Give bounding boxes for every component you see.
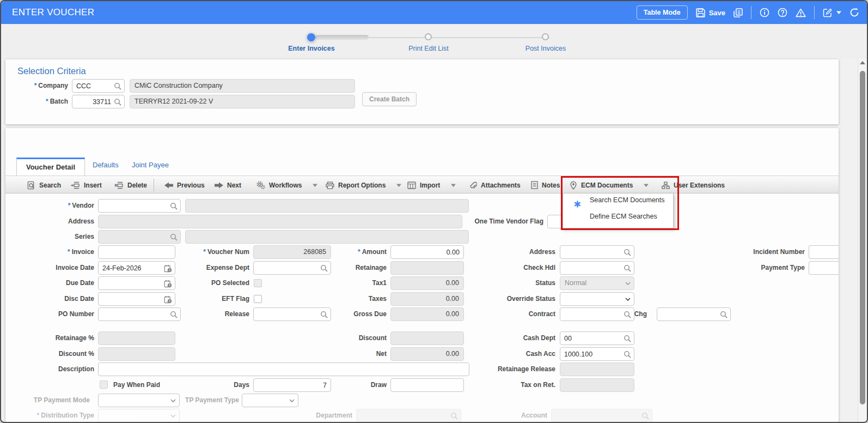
gross-due-display: 0.00 [390,307,464,321]
next-button[interactable]: Next [215,176,241,194]
address-lookup-icon[interactable] [624,249,631,256]
user-extensions-label: User Extensions [674,182,725,189]
refresh-button[interactable] [849,8,859,17]
contract-input[interactable] [560,308,634,321]
menu-item-define-ecm-searches[interactable]: Define ECM Searches [563,213,673,229]
draw-input[interactable] [391,379,463,391]
amount-input[interactable] [391,246,463,258]
scrollbar-thumb[interactable] [860,71,865,404]
cash-dept-lookup-icon[interactable] [624,335,631,342]
vendor-address-input[interactable] [560,246,634,258]
vendor-input[interactable] [99,200,180,212]
notes-label: Notes [542,182,560,189]
step-label-enter-invoices[interactable]: Enter Invoices [268,45,355,52]
scroll-up-arrow[interactable] [860,61,865,64]
ecm-documents-button[interactable]: ECM Documents [570,176,649,194]
disc-date-label: Disc Date [16,292,94,305]
payment-type-input[interactable] [809,262,839,274]
po-number-label: PO Number [16,307,94,321]
warning-button[interactable] [796,8,806,17]
calendar-icon[interactable] [164,280,172,288]
calendar-icon[interactable] [164,264,172,273]
voucher-panel: Voucher Detail Defaults Joint Payee Sear… [5,128,839,422]
step-dot-post-invoices[interactable] [542,33,549,40]
tp-payment-mode-label: TP Payment Mode [16,394,90,407]
retainage-release-label: Retainage Release [463,362,555,376]
create-batch-button[interactable]: Create Batch [362,92,417,106]
step-label-post-invoices[interactable]: Post Invoices [502,45,589,52]
eft-flag-checkbox[interactable] [254,295,262,303]
distribution-type-label: *Distribution Type [12,409,94,422]
one-time-vendor-flag-label: One Time Vendor Flag [451,215,543,228]
distribution-type-label-text: Distribution Type [41,412,94,419]
invoice-input[interactable] [99,246,175,258]
gears-icon [256,181,265,189]
insert-button[interactable]: Insert [71,176,102,194]
save-button[interactable]: Save [696,8,725,17]
step-dot-print-edit-list[interactable] [425,33,432,40]
chevron-down-icon [289,399,295,402]
menu-item-search-ecm-documents[interactable]: Search ECM Documents [563,196,673,213]
batch-lookup-icon[interactable] [114,98,121,106]
header-divider [751,6,751,19]
cash-acc-lookup-icon[interactable] [624,351,631,358]
step-label-print-edit-list[interactable]: Print Edit List [385,45,472,52]
cash-acc-field [560,347,634,361]
cash-acc-input[interactable] [560,348,634,360]
override-status-select[interactable] [560,292,634,306]
user-extensions-button[interactable]: User Extensions [662,176,725,194]
tab-voucher-detail[interactable]: Voucher Detail [16,158,85,176]
chg-lookup-icon[interactable] [720,311,728,318]
due-date-input[interactable] [99,277,175,289]
chg-label: Chg [629,307,647,321]
distribution-type-select[interactable] [98,409,180,422]
workflows-button[interactable]: Workflows [256,176,317,194]
invoice-date-input[interactable] [99,262,175,274]
table-mode-button[interactable]: Table Mode [637,5,688,20]
delete-button[interactable]: Delete [114,176,147,194]
previous-button[interactable]: Previous [164,176,205,194]
calendar-icon[interactable] [164,295,172,304]
cash-dept-input[interactable] [560,332,634,345]
asterisk-icon [574,201,581,208]
po-number-input[interactable] [99,308,180,321]
tp-payment-mode-select[interactable] [98,394,180,407]
help-button[interactable] [778,8,787,17]
due-date-label: Due Date [16,276,94,289]
company-lookup-icon[interactable] [114,82,121,90]
report-options-button[interactable]: Report Options [326,176,401,194]
vendor-lookup-icon[interactable] [170,202,178,210]
check-hdl-input[interactable] [560,262,634,274]
incident-number-input[interactable] [809,246,839,258]
disc-date-input[interactable] [99,293,175,305]
tp-payment-type-select[interactable] [242,394,298,407]
tab-joint-payee[interactable]: Joint Payee [132,161,169,169]
disc-date-field [98,292,175,306]
step-dot-enter-invoices[interactable] [307,33,315,41]
tab-defaults[interactable]: Defaults [93,161,119,169]
search-button[interactable]: Search [27,176,61,194]
insert-row-icon [71,182,80,189]
paperclip-icon [469,181,477,190]
edit-mode-button[interactable] [823,8,841,17]
attachments-button[interactable]: Attachments [469,176,521,194]
retainage-pct-display [98,331,175,345]
pay-when-paid-checkbox [100,380,108,389]
voucher-num-label: *Voucher Num [174,245,249,258]
ecm-documents-label: ECM Documents [581,182,633,189]
tax-on-ret-display [560,378,634,392]
menu-item-label: Define ECM Searches [590,213,657,220]
notes-button[interactable]: Notes [531,176,560,194]
description-input[interactable] [99,363,469,376]
copy-record-button[interactable] [733,8,743,17]
selection-criteria-panel: Selection Criteria *Company CMiC Constru… [5,59,839,124]
import-button[interactable]: Import [407,176,456,194]
chg-input[interactable] [657,308,730,321]
taxes-label: Taxes [316,292,387,305]
cash-acc-label: Cash Acc [463,347,555,360]
import-label: Import [420,182,440,189]
info-button[interactable] [760,8,769,17]
check-hdl-lookup-icon[interactable] [624,264,631,272]
org-chart-icon [662,182,670,189]
release-label: Release [174,307,249,321]
